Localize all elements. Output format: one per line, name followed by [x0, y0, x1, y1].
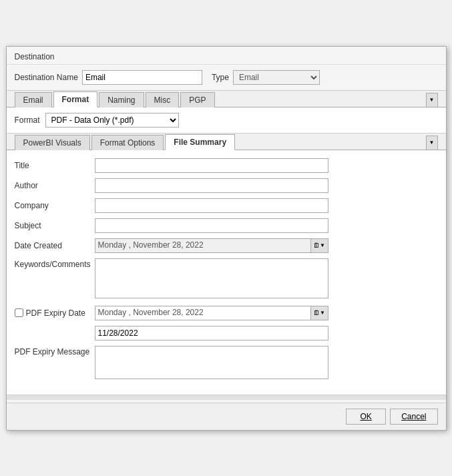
dialog-title: Destination [7, 47, 446, 65]
title-label: Title [15, 161, 95, 170]
sub-tabs-dropdown-icon: ▼ [429, 140, 435, 146]
company-row: Company [15, 198, 438, 213]
pdf-expiry-calendar-btn[interactable]: 🗓▼ [311, 306, 328, 320]
subject-row: Subject [15, 218, 438, 233]
file-summary-panel: Title Author Company Subject Date Create… [7, 150, 446, 395]
destination-name-label: Destination Name [15, 73, 78, 82]
company-label: Company [15, 201, 95, 210]
author-label: Author [15, 181, 95, 190]
footer-spacer [7, 395, 446, 400]
keywords-textarea-wrap [95, 258, 328, 300]
pdf-expiry-label-wrap: PDF Expiry Date [15, 308, 95, 318]
pdf-expiry-message-wrap [95, 346, 328, 381]
sub-tab-format-options[interactable]: Format Options [91, 135, 164, 150]
pdf-expiry-date-field: Monday , November 28, 2022 🗓▼ [95, 306, 328, 320]
pdf-expiry-dropdown-icon: ▼ [320, 310, 325, 316]
ok-button[interactable]: OK [346, 409, 386, 425]
sub-tab-file-summary[interactable]: File Summary [165, 134, 235, 150]
expiry-value-row [95, 326, 438, 340]
format-label: Format [15, 115, 40, 125]
date-created-value: Monday , November 28, 2022 [95, 238, 311, 253]
author-row: Author [15, 178, 438, 193]
type-select[interactable]: Email [233, 70, 320, 85]
pdf-expiry-message-row: PDF Expiry Message [15, 346, 438, 381]
date-created-calendar-btn[interactable]: 🗓▼ [311, 238, 328, 253]
pdf-expiry-checkbox[interactable] [15, 308, 23, 317]
subject-input[interactable] [95, 218, 328, 233]
tab-email[interactable]: Email [15, 92, 52, 107]
tabs-dropdown-icon: ▼ [429, 97, 435, 103]
tab-pgp[interactable]: PGP [180, 92, 214, 107]
format-row: Format PDF - Data Only (*.pdf) [7, 107, 446, 133]
cancel-button[interactable]: Cancel [390, 409, 437, 425]
tab-naming[interactable]: Naming [99, 92, 144, 107]
pdf-expiry-date-display: Monday , November 28, 2022 [95, 306, 311, 320]
destination-name-row: Destination Name Type Email [7, 65, 446, 90]
pdf-expiry-message-label: PDF Expiry Message [15, 346, 95, 356]
tab-misc[interactable]: Misc [146, 92, 180, 107]
keywords-textarea[interactable] [95, 258, 328, 298]
sub-tab-powerbi[interactable]: PowerBI Visuals [15, 135, 90, 150]
company-input[interactable] [95, 198, 328, 213]
title-row: Title [15, 158, 438, 173]
keywords-row: Keywords/Comments [15, 258, 438, 300]
date-dropdown-icon: ▼ [320, 242, 325, 248]
subject-label: Subject [15, 221, 95, 230]
pdf-expiry-calendar-icon: 🗓 [313, 309, 320, 316]
pdf-expiry-label: PDF Expiry Date [26, 308, 85, 318]
main-tabs-row: Email Format Naming Misc PGP ▼ [7, 90, 446, 107]
pdf-expiry-value-input[interactable] [95, 326, 328, 340]
keywords-label: Keywords/Comments [15, 258, 95, 269]
title-input[interactable] [95, 158, 328, 173]
tabs-dropdown-btn[interactable]: ▼ [426, 93, 438, 107]
pdf-expiry-row: PDF Expiry Date Monday , November 28, 20… [15, 306, 438, 320]
date-created-field: Monday , November 28, 2022 🗓▼ [95, 238, 328, 253]
destination-dialog: Destination Destination Name Type Email … [6, 46, 447, 431]
format-select[interactable]: PDF - Data Only (*.pdf) [45, 113, 179, 128]
date-created-row: Date Created Monday , November 28, 2022 … [15, 238, 438, 253]
author-input[interactable] [95, 178, 328, 193]
date-created-label: Date Created [15, 241, 95, 250]
sub-tabs-dropdown-btn[interactable]: ▼ [426, 136, 438, 150]
sub-tabs-row: PowerBI Visuals Format Options File Summ… [7, 133, 446, 150]
tab-format[interactable]: Format [53, 91, 98, 107]
type-label: Type [212, 73, 229, 82]
dialog-footer: OK Cancel [7, 403, 446, 430]
pdf-expiry-message-textarea[interactable] [95, 346, 328, 379]
destination-name-input[interactable] [82, 70, 202, 85]
calendar-icon: 🗓 [313, 242, 320, 249]
